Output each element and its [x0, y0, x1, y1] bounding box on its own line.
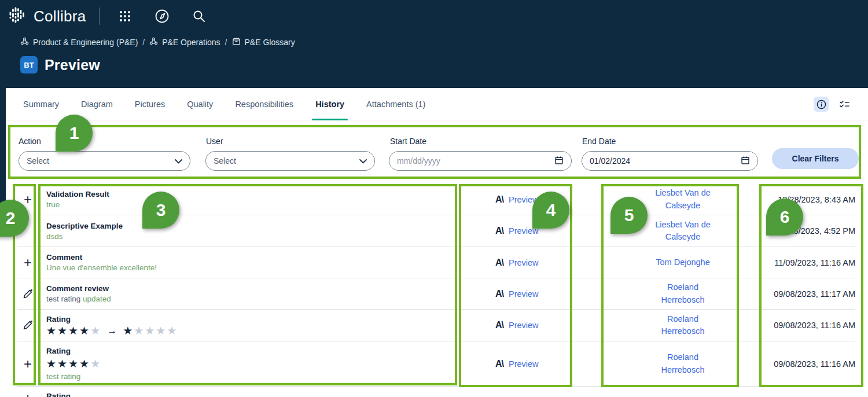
pencil-icon: [17, 310, 38, 341]
action-filter-label: Action: [19, 137, 41, 146]
collibra-logo[interactable]: Collibra: [7, 5, 86, 28]
apps-grid-icon[interactable]: [106, 5, 144, 28]
community-icon: [149, 37, 158, 47]
history-value: true: [46, 200, 451, 209]
asset-preview-icon: A\: [495, 258, 503, 268]
user-filter-label: User: [206, 137, 223, 146]
table-row: Comment review test rating updated A\ Pr…: [17, 278, 855, 310]
background-strip: [0, 88, 6, 234]
history-value: Une vue d'ensemble excellente!: [46, 263, 451, 272]
calendar-icon: [554, 156, 564, 167]
asset-type-badge: BT: [20, 56, 38, 73]
top-navigation-bar: Collibra: [0, 0, 868, 88]
plus-icon: +: [17, 341, 38, 386]
user-link[interactable]: Roeland Herrebosch: [646, 351, 719, 376]
domain-icon: [232, 37, 241, 47]
breadcrumb-item-domain[interactable]: P&E Glossary: [232, 37, 295, 47]
history-attribute: Rating: [46, 347, 451, 355]
start-date-label: Start Date: [390, 137, 426, 146]
asset-preview-icon: A\: [495, 320, 503, 330]
breadcrumb-item-community-2[interactable]: P&E Operations: [149, 37, 220, 47]
asset-preview-icon: A\: [495, 289, 503, 299]
arrow-right-icon: →: [107, 326, 117, 336]
table-row: Rating ★★★★★→★★★★★ A\ Preview Roeland He…: [17, 310, 855, 341]
plus-icon: +: [17, 387, 38, 397]
table-row: + Comment Une vue d'ensemble excellente!…: [17, 247, 855, 278]
timestamp: 09/08/2023, 11:16 AM: [752, 341, 855, 386]
preview-link[interactable]: Preview: [509, 321, 539, 330]
search-icon[interactable]: [181, 5, 218, 28]
preview-link[interactable]: Preview: [509, 359, 539, 369]
timestamp: 11/09/2023, 11:16 AM: [752, 247, 855, 278]
end-date-label: End Date: [582, 137, 616, 146]
rating-change: ★★★★★→★★★★★: [46, 325, 451, 336]
collibra-logo-text: Collibra: [34, 8, 86, 25]
action-filter-select[interactable]: Select: [19, 151, 190, 171]
table-row: + Rating ★★★★★ test rating A\ Preview Ro…: [17, 341, 855, 387]
breadcrumb: Product & Engineering (P&E) / P&E Operat…: [20, 37, 295, 47]
user-link[interactable]: Tom Dejonghe: [646, 256, 719, 269]
pencil-icon: [17, 278, 38, 309]
rating: ★★★★★: [46, 358, 451, 369]
history-value: test rating: [46, 372, 451, 381]
user-filter-select[interactable]: Select: [205, 151, 375, 171]
nav-divider: [99, 8, 100, 25]
end-date-input[interactable]: 01/02/2024: [582, 151, 758, 171]
tab-history[interactable]: History: [315, 88, 344, 120]
calendar-icon: [741, 156, 750, 167]
history-attribute: Descriptive Example: [46, 222, 451, 230]
user-link[interactable]: Liesbet Van de Calseyde: [646, 219, 719, 243]
timestamp: 12/28/2023, 8:43 AM: [752, 184, 855, 215]
asset-preview-icon: A\: [495, 226, 503, 236]
tab-pictures[interactable]: Pictures: [135, 88, 165, 120]
preview-link[interactable]: Preview: [509, 195, 539, 204]
breadcrumb-separator: /: [225, 38, 227, 47]
table-row: + Validation Result true A\ Preview Lies…: [17, 184, 855, 215]
clear-filters-button[interactable]: Clear Filters: [772, 148, 859, 169]
breadcrumb-separator: /: [142, 38, 145, 47]
preview-link[interactable]: Preview: [509, 258, 539, 267]
user-link[interactable]: Roeland Herrebosch: [646, 281, 719, 306]
tab-attachments[interactable]: Attachments (1): [366, 88, 425, 120]
history-attribute: Rating: [46, 392, 451, 397]
table-row: Descriptive Example dsds A\ Preview Lies…: [17, 215, 855, 247]
community-icon: [20, 37, 29, 47]
history-attribute: Validation Result: [46, 190, 451, 198]
history-value: test rating updated: [46, 295, 451, 303]
tab-bar: Summary Diagram Pictures Quality Respons…: [6, 88, 868, 120]
tab-quality[interactable]: Quality: [187, 88, 213, 120]
chevron-down-icon: [359, 156, 367, 166]
preview-link[interactable]: Preview: [509, 289, 539, 299]
user-link[interactable]: Liesbet Van de Calseyde: [646, 187, 719, 211]
tab-responsibilities[interactable]: Responsibilities: [235, 88, 293, 120]
user-link[interactable]: Roeland Herrebosch: [646, 313, 719, 337]
history-attribute: Comment: [46, 253, 451, 262]
table-row: + Rating: [17, 387, 855, 397]
preview-link[interactable]: Preview: [509, 226, 539, 236]
asset-preview-icon: A\: [495, 194, 503, 205]
browse-compass-icon[interactable]: [144, 5, 181, 28]
chevron-down-icon: [175, 156, 182, 166]
start-date-input[interactable]: mm/dd/yyyy: [389, 151, 572, 171]
info-icon[interactable]: [814, 97, 829, 112]
timestamp: 09/08/2023, 11:16 AM: [752, 310, 855, 341]
history-value: dsds: [46, 232, 451, 241]
history-attribute: Rating: [46, 315, 451, 324]
plus-icon: +: [17, 247, 38, 278]
plus-icon: +: [17, 184, 38, 215]
history-attribute: Comment review: [46, 284, 451, 293]
checklist-icon[interactable]: [837, 97, 852, 112]
breadcrumb-item-community[interactable]: Product & Engineering (P&E): [20, 37, 138, 47]
page-title: Preview: [45, 57, 100, 73]
timestamp: 12/28/2023, 4:52 PM: [752, 215, 855, 247]
timestamp: 09/08/2023, 11:17 AM: [752, 278, 855, 309]
asset-preview-icon: A\: [495, 359, 503, 369]
tab-summary[interactable]: Summary: [23, 88, 59, 120]
page: Collibra: [0, 0, 868, 397]
tab-diagram[interactable]: Diagram: [81, 88, 113, 120]
collibra-logo-icon: [7, 5, 28, 28]
